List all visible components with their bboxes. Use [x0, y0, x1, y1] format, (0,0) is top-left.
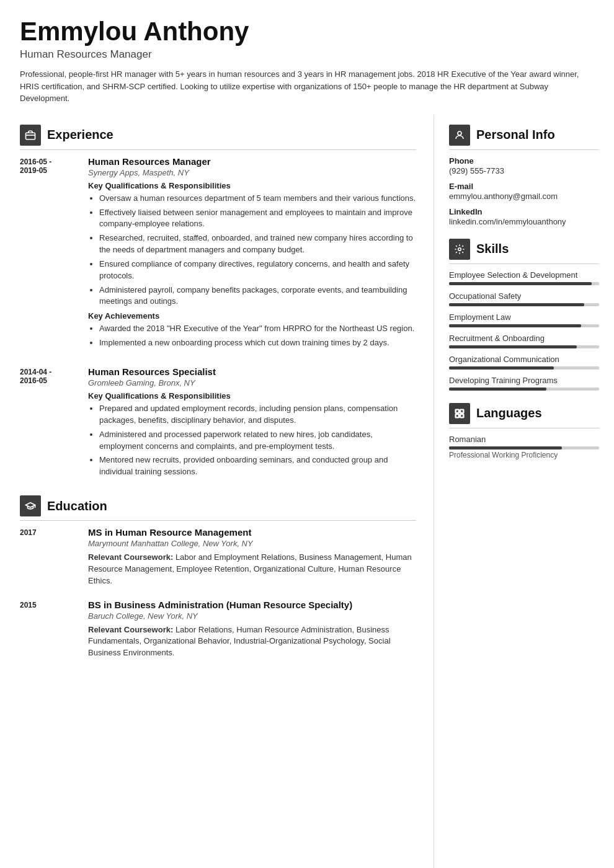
list-item: Administered and processed paperwork rel… — [99, 429, 416, 453]
skill-label-2: Employment Law — [449, 312, 599, 322]
lang-bar-bg-0 — [449, 446, 599, 450]
job1-company: Synergy Apps, Maspeth, NY — [88, 168, 416, 177]
languages-section: Languages Romanian Professional Working … — [449, 403, 599, 459]
edu1-content: MS in Human Resource Management Marymoun… — [88, 527, 416, 587]
svg-point-3 — [458, 247, 461, 250]
edu1-degree: MS in Human Resource Management — [88, 527, 416, 538]
resume-wrapper: Emmylou Anthony Human Resources Manager … — [0, 0, 614, 868]
education-header: Education — [20, 495, 416, 521]
skill-bar-fill-3 — [449, 345, 577, 348]
edu2-coursework: Relevant Coursework: Labor Relations, Hu… — [88, 624, 416, 660]
skill-item-4: Organizational Communication — [449, 355, 599, 370]
skills-label: Skills — [476, 242, 509, 256]
job1-achievements: Awarded the 2018 "HR Executive of the Ye… — [88, 323, 416, 349]
edu-entry-1: 2017 MS in Human Resource Management Mar… — [20, 527, 416, 587]
skill-label-0: Employee Selection & Development — [449, 270, 599, 280]
education-icon — [20, 495, 41, 516]
skill-bar-bg-0 — [449, 282, 599, 285]
lang-proficiency-0: Professional Working Proficiency — [449, 451, 599, 459]
list-item: Implemented a new onboarding process whi… — [99, 337, 416, 349]
skill-bar-bg-4 — [449, 366, 599, 370]
skill-bar-fill-1 — [449, 303, 584, 306]
skill-bar-bg-1 — [449, 303, 599, 306]
edu2-degree: BS in Business Administration (Human Res… — [88, 600, 416, 610]
edu-entry-2: 2015 BS in Business Administration (Huma… — [20, 600, 416, 660]
skill-bar-bg-5 — [449, 388, 599, 391]
skill-bar-bg-3 — [449, 345, 599, 348]
skill-item-2: Employment Law — [449, 312, 599, 327]
list-item: Ensured compliance of company directives… — [99, 259, 416, 282]
skill-label-1: Occupational Safety — [449, 291, 599, 301]
job2-qualifications: Prepared and updated employment records,… — [88, 403, 416, 478]
skill-item-5: Developing Training Programs — [449, 376, 599, 391]
education-label: Education — [47, 499, 107, 513]
list-item: Oversaw a human resources department of … — [99, 193, 416, 205]
email-value: emmylou.anthony@gmail.com — [449, 192, 599, 201]
personal-info-icon — [449, 125, 470, 146]
edu2-coursework-label: Relevant Coursework: — [88, 625, 173, 634]
edu2-content: BS in Business Administration (Human Res… — [88, 600, 416, 660]
skills-icon — [449, 239, 470, 260]
skills-section: Skills Employee Selection & Development … — [449, 239, 599, 391]
job1-qual-heading: Key Qualifications & Responsibilities — [88, 181, 416, 190]
svg-point-2 — [458, 131, 461, 135]
list-item: Administered payroll, company benefits p… — [99, 285, 416, 308]
linkedin-value: linkedin.com/in/emmylouanthony — [449, 217, 599, 226]
lang-name-0: Romanian — [449, 435, 599, 444]
skill-bar-bg-2 — [449, 324, 599, 327]
personal-info-header: Personal Info — [449, 125, 599, 150]
list-item: Mentored new recruits, provided onboardi… — [99, 454, 416, 478]
side-column: Personal Info Phone (929) 555-7733 E-mai… — [434, 115, 614, 868]
personal-info-section: Personal Info Phone (929) 555-7733 E-mai… — [449, 125, 599, 226]
linkedin-item: LinkedIn linkedin.com/in/emmylouanthony — [449, 207, 599, 226]
email-label: E-mail — [449, 182, 599, 191]
skill-items-container: Employee Selection & Development Occupat… — [449, 270, 599, 391]
email-item: E-mail emmylou.anthony@gmail.com — [449, 182, 599, 201]
list-item: Researched, recruited, staffed, onboarde… — [99, 232, 416, 256]
languages-header: Languages — [449, 403, 599, 428]
education-section: Education 2017 MS in Human Resource Mana… — [20, 495, 416, 659]
edu1-coursework-label: Relevant Coursework: — [88, 552, 173, 562]
job2-title: Human Resources Specialist — [88, 366, 416, 377]
content-area: Experience 2016-05 - 2019-05 Human Resou… — [0, 115, 614, 868]
job2-company: Gromleeb Gaming, Bronx, NY — [88, 378, 416, 388]
phone-value: (929) 555-7733 — [449, 166, 599, 175]
experience-label: Experience — [47, 128, 113, 142]
edu2-school: Baruch College, New York, NY — [88, 611, 416, 621]
personal-info-label: Personal Info — [476, 128, 555, 142]
linkedin-label: LinkedIn — [449, 207, 599, 216]
edu2-year: 2015 — [20, 600, 88, 660]
edu1-year: 2017 — [20, 527, 88, 587]
job1-content: Human Resources Manager Synergy Apps, Ma… — [88, 156, 416, 352]
candidate-summary: Professional, people-first HR manager wi… — [20, 68, 594, 105]
candidate-title: Human Resources Manager — [20, 48, 594, 61]
skills-header: Skills — [449, 239, 599, 264]
list-item: Effectively liaised between senior manag… — [99, 207, 416, 231]
job2-date: 2014-04 - 2016-05 — [20, 366, 88, 480]
main-column: Experience 2016-05 - 2019-05 Human Resou… — [0, 115, 434, 868]
language-items-container: Romanian Professional Working Proficienc… — [449, 435, 599, 459]
lang-bar-fill-0 — [449, 446, 562, 450]
phone-label: Phone — [449, 156, 599, 166]
job2-qual-heading: Key Qualifications & Responsibilities — [88, 391, 416, 401]
skill-item-3: Recruitment & Onboarding — [449, 334, 599, 348]
skill-bar-fill-5 — [449, 388, 546, 391]
experience-section: Experience 2016-05 - 2019-05 Human Resou… — [20, 125, 416, 480]
experience-entry-2: 2014-04 - 2016-05 Human Resources Specia… — [20, 366, 416, 480]
job1-title: Human Resources Manager — [88, 156, 416, 167]
job2-content: Human Resources Specialist Gromleeb Gami… — [88, 366, 416, 480]
skill-label-3: Recruitment & Onboarding — [449, 334, 599, 343]
candidate-name: Emmylou Anthony — [20, 17, 594, 46]
list-item: Awarded the 2018 "HR Executive of the Ye… — [99, 323, 416, 335]
job1-date: 2016-05 - 2019-05 — [20, 156, 88, 352]
skill-item-1: Occupational Safety — [449, 291, 599, 306]
svg-rect-0 — [26, 133, 35, 140]
job1-ach-heading: Key Achievements — [88, 311, 416, 321]
skill-bar-fill-0 — [449, 282, 592, 285]
experience-header: Experience — [20, 125, 416, 150]
experience-icon — [20, 125, 41, 146]
skill-label-4: Organizational Communication — [449, 355, 599, 364]
language-item-0: Romanian Professional Working Proficienc… — [449, 435, 599, 459]
skill-bar-fill-2 — [449, 324, 581, 327]
languages-icon — [449, 403, 470, 424]
